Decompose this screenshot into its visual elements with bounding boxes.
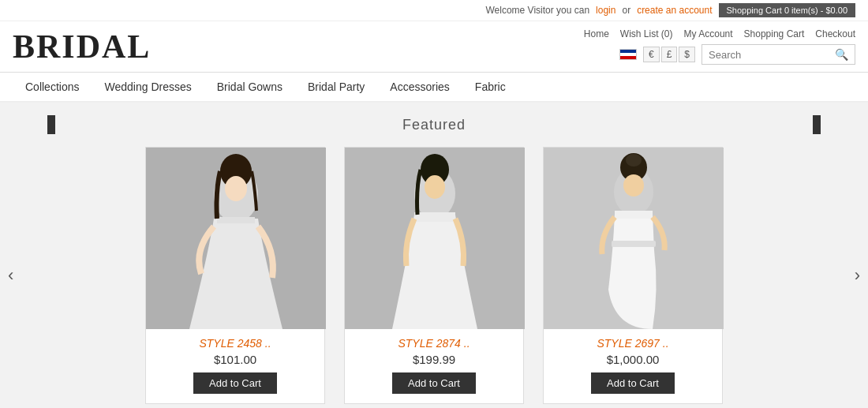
featured-header: Featured [0, 115, 868, 134]
shopping-cart-link[interactable]: Shopping Cart [744, 28, 805, 39]
product-name-3: STYLE 2697 .. [550, 337, 716, 350]
euro-btn[interactable]: € [643, 47, 660, 62]
header-right: Home Wish List (0) My Account Shopping C… [584, 28, 855, 65]
currency-buttons: € £ $ [643, 47, 695, 62]
header-nav: Home Wish List (0) My Account Shopping C… [584, 28, 855, 39]
featured-container: ‹ [0, 147, 868, 404]
featured-right-block [813, 115, 821, 134]
logo: BRIDAL [13, 28, 151, 66]
header: BRIDAL Home Wish List (0) My Account Sho… [0, 21, 868, 73]
product-card-3: STYLE 2697 .. $1,000.00 Add to Cart [543, 147, 723, 404]
shopping-cart-top-button[interactable]: Shopping Cart 0 item(s) - $0.00 [719, 3, 855, 17]
or-text: or [622, 5, 630, 16]
svg-rect-12 [612, 241, 656, 247]
nav-bridal-party[interactable]: Bridal Party [295, 73, 377, 101]
main-nav: Collections Wedding Dresses Bridal Gowns… [0, 73, 868, 103]
svg-rect-2 [217, 217, 255, 223]
product-name-1: STYLE 2458 .. [152, 337, 318, 350]
login-link[interactable]: login [596, 5, 615, 16]
product-price-2: $199.99 [345, 353, 523, 366]
header-controls: € £ $ 🔍 [619, 44, 855, 65]
welcome-text: Welcome Visitor you can [485, 5, 589, 16]
product-image-2 [345, 148, 525, 329]
create-account-link[interactable]: create an account [637, 5, 712, 16]
svg-point-15 [626, 154, 642, 167]
nav-fabric[interactable]: Fabric [462, 73, 518, 101]
nav-collections[interactable]: Collections [13, 73, 92, 101]
nav-wedding-dresses[interactable]: Wedding Dresses [92, 73, 204, 101]
featured-title: Featured [55, 117, 813, 133]
wishlist-link[interactable]: Wish List (0) [620, 28, 673, 39]
featured-left-block [47, 115, 55, 134]
svg-point-4 [225, 176, 247, 201]
add-to-cart-btn-3[interactable]: Add to Cart [591, 372, 675, 394]
product-price-1: $101.00 [146, 353, 324, 366]
nav-accessories[interactable]: Accessories [377, 73, 462, 101]
svg-rect-7 [414, 212, 455, 222]
next-arrow[interactable]: › [847, 265, 868, 286]
product-name-2: STYLE 2874 .. [351, 337, 517, 350]
add-to-cart-btn-1[interactable]: Add to Cart [193, 372, 277, 394]
svg-rect-13 [615, 211, 653, 219]
product-image-1 [146, 148, 326, 329]
svg-point-9 [425, 175, 445, 199]
home-link[interactable]: Home [584, 28, 609, 39]
top-bar: Welcome Visitor you can login or create … [0, 0, 868, 21]
product-card-2: STYLE 2874 .. $199.99 Add to Cart [344, 147, 524, 404]
search-button[interactable]: 🔍 [829, 45, 855, 64]
search-input[interactable] [702, 46, 829, 64]
product-price-3: $1,000.00 [544, 353, 722, 366]
checkout-link[interactable]: Checkout [815, 28, 855, 39]
dollar-btn[interactable]: $ [679, 47, 695, 62]
prev-arrow[interactable]: ‹ [0, 265, 21, 286]
flag-icon [619, 49, 637, 60]
my-account-link[interactable]: My Account [684, 28, 733, 39]
products-row: STYLE 2458 .. $101.00 Add to Cart [21, 147, 846, 404]
pound-btn[interactable]: £ [661, 47, 678, 62]
product-image-3 [544, 148, 724, 329]
svg-point-16 [623, 174, 644, 197]
add-to-cart-btn-2[interactable]: Add to Cart [392, 372, 476, 394]
search-box: 🔍 [702, 44, 855, 65]
nav-bridal-gowns[interactable]: Bridal Gowns [204, 73, 295, 101]
featured-section: Featured ‹ [0, 103, 868, 408]
product-card-1: STYLE 2458 .. $101.00 Add to Cart [145, 147, 325, 404]
